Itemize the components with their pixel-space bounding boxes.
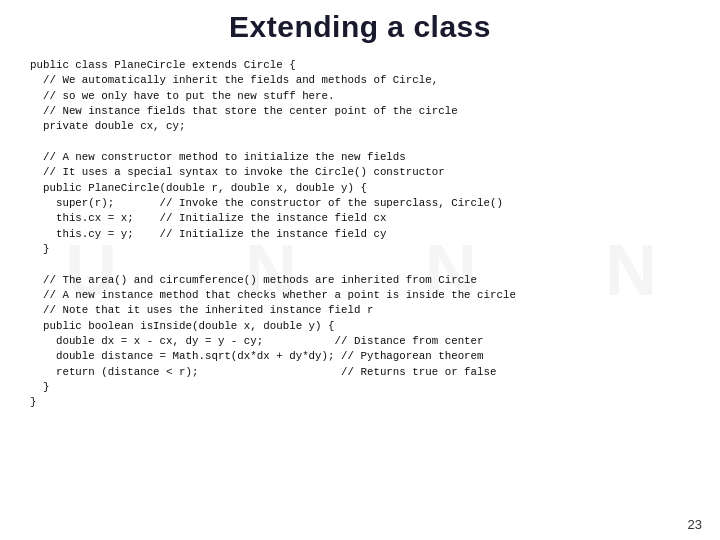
slide-content: Extending a class public class PlaneCirc… (0, 0, 720, 540)
code-block: public class PlaneCircle extends Circle … (30, 58, 690, 411)
slide-title: Extending a class (30, 10, 690, 44)
